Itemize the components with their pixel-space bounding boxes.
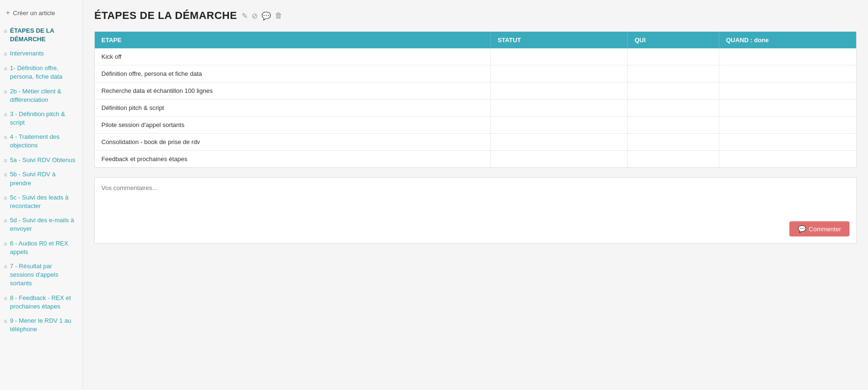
table-row: Définition pitch & script: [95, 100, 856, 117]
cell-etape-5: Consolidation - book de prise de rdv: [95, 134, 491, 151]
sidebar-item-9[interactable]: ≡9 - Mener le RDV 1 au téléphone: [0, 314, 82, 336]
cell-statut-6: [491, 151, 628, 168]
cell-statut-3: [491, 100, 628, 117]
eye-off-icon[interactable]: ⊘: [252, 11, 258, 20]
table-header: ETAPE STATUT QUI QUAND : done: [95, 32, 856, 48]
etapes-table: ETAPE STATUT QUI QUAND : done Kick offDé…: [95, 32, 856, 167]
comment-textarea[interactable]: [101, 184, 850, 218]
cell-qui-4: [628, 117, 719, 134]
plus-icon: +: [6, 9, 10, 17]
drag-handle-icon: ≡: [4, 27, 7, 36]
cell-qui-6: [628, 151, 719, 168]
cell-statut-2: [491, 82, 628, 100]
table-row: Feedback et prochaines étapes: [95, 151, 856, 168]
sidebar-item-label-9: 9 - Mener le RDV 1 au téléphone: [10, 317, 78, 334]
sidebar-item-2b[interactable]: ≡2b - Métier client & différenciation: [0, 84, 82, 107]
sidebar-item-7[interactable]: ≡7 - Résultat par sessions d'appels sort…: [0, 259, 82, 291]
comment-section: 💬 Commenter: [94, 177, 857, 244]
cell-etape-6: Feedback et prochaines étapes: [95, 151, 491, 168]
sidebar-item-label-5c: 5c - Suivi des leads à recontacter: [10, 193, 78, 210]
table-row: Définition offre, persona et fiche data: [95, 65, 856, 82]
sidebar: + Créer un article ≡ÉTAPES DE LA DÉMARCH…: [0, 0, 83, 390]
sidebar-item-label-intervenants: Intervenants: [10, 49, 78, 58]
comment-footer: 💬 Commenter: [101, 221, 850, 236]
cell-qui-1: [628, 65, 719, 82]
sidebar-item-label-etapes: ÉTAPES DE LA DÉMARCHE: [10, 27, 78, 44]
cell-etape-2: Recherche data et échantillon 100 lignes: [95, 82, 491, 100]
cell-quand-5: [719, 134, 856, 151]
sidebar-item-label-2b: 2b - Métier client & différenciation: [10, 87, 78, 104]
drag-handle-icon: ≡: [4, 194, 7, 202]
cell-quand-6: [719, 151, 856, 168]
drag-handle-icon: ≡: [4, 50, 7, 58]
cell-qui-3: [628, 100, 719, 117]
cell-statut-0: [491, 48, 628, 65]
sidebar-item-5c[interactable]: ≡5c - Suivi des leads à recontacter: [0, 190, 82, 213]
cell-etape-3: Définition pitch & script: [95, 100, 491, 117]
sidebar-item-5b[interactable]: ≡5b - Suivi RDV à prendre: [0, 167, 82, 190]
cell-statut-4: [491, 117, 628, 134]
comment-icon[interactable]: 💬: [262, 11, 271, 20]
comment-button[interactable]: 💬 Commenter: [789, 221, 850, 236]
cell-qui-5: [628, 134, 719, 151]
drag-handle-icon: ≡: [4, 88, 7, 96]
cell-etape-1: Définition offre, persona et fiche data: [95, 65, 491, 82]
cell-etape-0: Kick off: [95, 48, 491, 65]
header-icons: ✎ ⊘ 💬 🗑: [242, 11, 282, 20]
col-header-qui: QUI: [628, 32, 719, 48]
sidebar-item-label-5b: 5b - Suivi RDV à prendre: [10, 170, 78, 187]
sidebar-items: ≡ÉTAPES DE LA DÉMARCHE≡Intervenants≡1- D…: [0, 24, 82, 336]
trash-icon[interactable]: 🗑: [275, 11, 282, 20]
sidebar-item-1[interactable]: ≡1- Définition offre, persona, fiche dat…: [0, 61, 82, 84]
edit-icon[interactable]: ✎: [242, 11, 248, 20]
main-content: ÉTAPES DE LA DÉMARCHE ✎ ⊘ 💬 🗑 ETAPE STAT…: [83, 0, 868, 390]
col-header-statut: STATUT: [491, 32, 628, 48]
table-body: Kick offDéfinition offre, persona et fic…: [95, 48, 856, 167]
drag-handle-icon: ≡: [4, 65, 7, 73]
drag-handle-icon: ≡: [4, 217, 7, 225]
cell-statut-1: [491, 65, 628, 82]
cell-quand-3: [719, 100, 856, 117]
sidebar-item-label-6: 6 - Audios R0 et REX appels: [10, 239, 78, 256]
drag-handle-icon: ≡: [4, 171, 7, 179]
comment-button-label: Commenter: [809, 226, 841, 233]
drag-handle-icon: ≡: [4, 295, 7, 303]
comment-button-icon: 💬: [798, 225, 806, 233]
page-header: ÉTAPES DE LA DÉMARCHE ✎ ⊘ 💬 🗑: [94, 9, 857, 22]
drag-handle-icon: ≡: [4, 134, 7, 142]
drag-handle-icon: ≡: [4, 317, 7, 326]
sidebar-item-3[interactable]: ≡3 - Définition pitch & script: [0, 107, 82, 130]
sidebar-item-label-7: 7 - Résultat par sessions d'appels sorta…: [10, 262, 78, 288]
sidebar-item-label-5d: 5d - Suivi des e-mails à envoyer: [10, 216, 78, 233]
sidebar-item-intervenants[interactable]: ≡Intervenants: [0, 46, 82, 61]
col-header-quand: QUAND : done: [719, 32, 856, 48]
cell-quand-1: [719, 65, 856, 82]
page-title: ÉTAPES DE LA DÉMARCHE: [94, 9, 237, 22]
create-article-button[interactable]: + Créer un article: [0, 5, 82, 21]
sidebar-item-label-5a: 5a - Suivi RDV Obtenus: [10, 156, 78, 164]
sidebar-item-label-8: 8 - Feedback - REX et prochaines étapes: [10, 294, 78, 311]
cell-quand-0: [719, 48, 856, 65]
table-row: Kick off: [95, 48, 856, 65]
cell-qui-0: [628, 48, 719, 65]
table-row: Consolidation - book de prise de rdv: [95, 134, 856, 151]
col-header-etape: ETAPE: [95, 32, 491, 48]
create-article-label: Créer un article: [13, 9, 55, 17]
table-row: Pilote session d'appel sortants: [95, 117, 856, 134]
cell-etape-4: Pilote session d'appel sortants: [95, 117, 491, 134]
cell-quand-4: [719, 117, 856, 134]
sidebar-item-6[interactable]: ≡6 - Audios R0 et REX appels: [0, 236, 82, 259]
cell-qui-2: [628, 82, 719, 100]
drag-handle-icon: ≡: [4, 263, 7, 271]
sidebar-item-5d[interactable]: ≡5d - Suivi des e-mails à envoyer: [0, 213, 82, 236]
table-row: Recherche data et échantillon 100 lignes: [95, 82, 856, 100]
sidebar-item-4[interactable]: ≡4 - Traitement des objections: [0, 130, 82, 153]
sidebar-item-etapes[interactable]: ≡ÉTAPES DE LA DÉMARCHE: [0, 24, 82, 46]
sidebar-item-label-4: 4 - Traitement des objections: [10, 133, 78, 150]
sidebar-item-8[interactable]: ≡8 - Feedback - REX et prochaines étapes: [0, 291, 82, 314]
drag-handle-icon: ≡: [4, 111, 7, 119]
drag-handle-icon: ≡: [4, 157, 7, 165]
sidebar-item-5a[interactable]: ≡5a - Suivi RDV Obtenus: [0, 153, 82, 168]
etapes-table-wrapper: ETAPE STATUT QUI QUAND : done Kick offDé…: [94, 31, 857, 168]
cell-quand-2: [719, 82, 856, 100]
